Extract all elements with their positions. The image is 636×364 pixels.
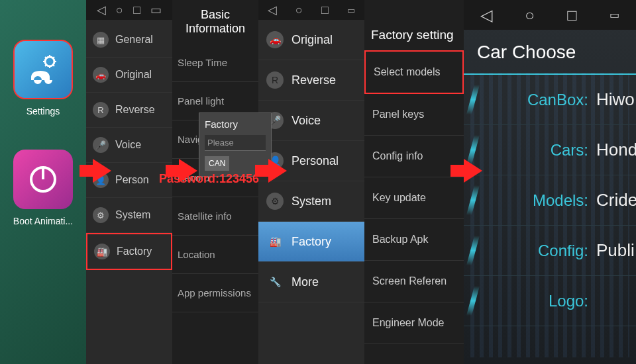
password-hint: Password:123456 [159, 172, 259, 186]
car-row-cars[interactable]: Cars: Hond [464, 125, 636, 175]
sidebar-label: More [292, 275, 319, 289]
recent-icon[interactable]: □ [567, 6, 577, 24]
row-value: Hiwo [596, 89, 636, 110]
reverse-icon: R [266, 71, 284, 89]
factory-item-panel-keys[interactable]: Panel keys [364, 94, 464, 136]
sidebar-item-voice[interactable]: 🎤Voice [86, 128, 172, 163]
gallery-icon[interactable]: ▭ [150, 3, 162, 17]
gallery-icon[interactable]: ▭ [610, 9, 619, 21]
android-navbar: ◁ ○ □ ▭ [86, 0, 172, 20]
car-row-logo[interactable]: Logo: [464, 276, 636, 326]
boot-animation-label: Boot Animati... [13, 216, 73, 226]
sidebar-label: Original [115, 69, 152, 81]
back-icon[interactable]: ◁ [97, 3, 106, 17]
gear-icon: ⚙ [93, 207, 109, 223]
sidebar-list: ▦General 🚗Original RReverse 🎤Voice 👤Pers… [86, 20, 172, 270]
home-icon[interactable]: ○ [525, 6, 535, 24]
basic-info-panel: Basic Information Sleep Time Panel light… [172, 0, 258, 364]
svg-point-0 [45, 57, 54, 66]
sidebar-item-voice[interactable]: 🎤Voice [258, 101, 364, 141]
sidebar-item-general[interactable]: ▦General [86, 23, 172, 58]
row-label: Cars: [490, 141, 596, 159]
dialog-title: Factory [205, 118, 266, 130]
panel-header: Basic Information [172, 0, 258, 44]
android-navbar: ◁ ○ □ ▭ [258, 0, 364, 20]
cancel-button[interactable]: CAN [205, 156, 229, 171]
android-navbar: ◁ ○ □ ▭ [464, 0, 636, 30]
info-item-sleep-time[interactable]: Sleep Time [172, 44, 258, 82]
settings-label: Settings [26, 106, 60, 116]
home-icon[interactable]: ○ [295, 3, 303, 17]
sidebar-item-factory[interactable]: 🏭Factory [258, 222, 364, 262]
car-choose-panel: ◁ ○ □ ▭ Car Choose CanBox: Hiwo Cars: Ho… [464, 0, 636, 364]
row-label: Config: [490, 242, 596, 260]
building-icon: 🏭 [94, 244, 110, 259]
back-icon[interactable]: ◁ [480, 6, 492, 24]
factory-item-engineer-mode[interactable]: Engineer Mode [364, 302, 464, 344]
factory-password-dialog: Factory Please CAN [199, 113, 272, 177]
sidebar-label: Factory [292, 235, 331, 249]
row-label: Models: [490, 191, 596, 210]
person-icon: 👤 [93, 172, 109, 188]
sidebar-item-system[interactable]: ⚙System [258, 181, 364, 222]
sidebar-item-more[interactable]: 🔧More [258, 262, 364, 302]
gallery-icon[interactable]: ▭ [347, 5, 355, 15]
sidebar-label: Factory [117, 246, 152, 257]
sidebar-item-reverse[interactable]: RReverse [86, 93, 172, 128]
sidebar-label: Reverse [292, 73, 336, 87]
sidebar-item-factory[interactable]: 🏭Factory [86, 233, 172, 270]
car-icon: 🚗 [93, 67, 109, 83]
sidebar-list: 🚗Original RReverse 🎤Voice 👤Personal ⚙Sys… [258, 20, 364, 302]
factory-item-config-info[interactable]: Config info [364, 136, 464, 177]
back-icon[interactable]: ◁ [268, 3, 277, 17]
sidebar-item-system[interactable]: ⚙System [86, 198, 172, 233]
row-value: Hond [596, 140, 636, 160]
row-label: CanBox: [490, 91, 596, 109]
boot-animation-icon [13, 150, 73, 209]
factory-list: Select models Panel keys Config info Key… [364, 50, 464, 344]
sidebar-label: Person [115, 174, 149, 186]
mic-icon: 🎤 [93, 137, 109, 153]
info-item-app-permissions[interactable]: App permissions [172, 274, 258, 312]
home-icon[interactable]: ○ [116, 3, 123, 17]
info-item-location[interactable]: Location [172, 236, 258, 274]
factory-item-screen-reference[interactable]: Screen Referen [364, 261, 464, 302]
settings-sidebar-2: ◁ ○ □ ▭ 🚗Original RReverse 🎤Voice 👤Perso… [258, 0, 364, 364]
sidebar-label: Personal [292, 154, 339, 168]
settings-app[interactable]: Settings [13, 40, 73, 116]
factory-item-select-models[interactable]: Select models [364, 50, 464, 94]
sidebar-item-reverse[interactable]: RReverse [258, 60, 364, 101]
gear-icon: ⚙ [266, 193, 284, 210]
password-input[interactable]: Please [205, 135, 266, 151]
recent-icon[interactable]: □ [321, 3, 329, 17]
grid-icon: ▦ [93, 32, 109, 48]
boot-animation-app[interactable]: Boot Animati... [13, 150, 73, 226]
car-row-config[interactable]: Config: Publi [464, 226, 636, 276]
sidebar-label: Reverse [115, 104, 155, 116]
wrench-icon: 🔧 [266, 273, 284, 291]
sidebar-item-personal[interactable]: 👤Personal [258, 141, 364, 181]
panel-header: Factory setting [364, 20, 464, 50]
sidebar-label: General [115, 34, 153, 46]
car-icon: 🚗 [266, 31, 284, 48]
sidebar-label: System [115, 209, 150, 221]
settings-app-icon [13, 40, 73, 99]
reverse-icon: R [93, 102, 109, 118]
info-item-satellite[interactable]: Satellite info [172, 197, 258, 236]
factory-item-backup-apk[interactable]: Backup Apk [364, 219, 464, 261]
sidebar-label: Original [292, 33, 333, 47]
sidebar-item-original[interactable]: 🚗Original [86, 58, 172, 93]
sidebar-item-original[interactable]: 🚗Original [258, 20, 364, 60]
car-choose-header: Car Choose [464, 30, 636, 75]
home-screen: Settings Boot Animati... [0, 0, 86, 364]
factory-item-key-update[interactable]: Key update [364, 177, 464, 219]
sidebar-label: Voice [115, 139, 141, 151]
car-row-canbox[interactable]: CanBox: Hiwo [464, 75, 636, 125]
building-icon: 🏭 [266, 233, 284, 250]
row-value: Cride [596, 190, 636, 210]
sidebar-label: Voice [292, 114, 321, 128]
recent-icon[interactable]: □ [133, 3, 140, 17]
sidebar-label: System [292, 195, 331, 208]
car-row-models[interactable]: Models: Cride [464, 175, 636, 226]
row-value: Publi [596, 240, 636, 261]
